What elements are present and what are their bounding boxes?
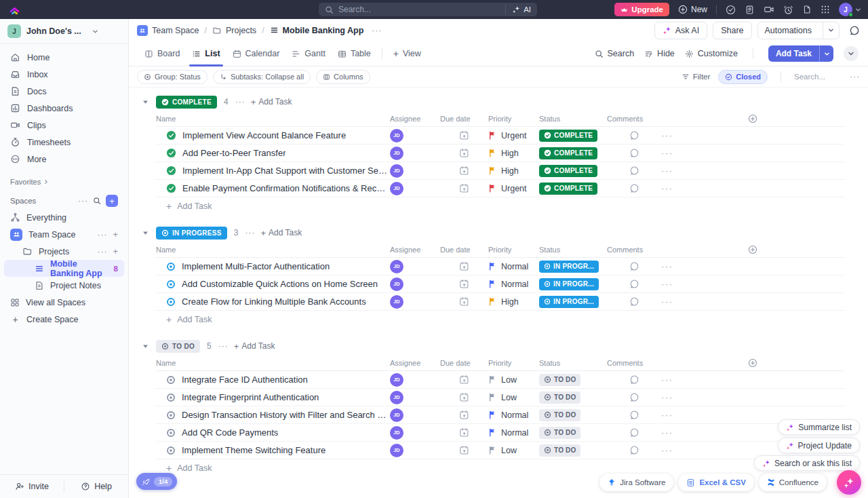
due-date-cell[interactable] xyxy=(440,279,488,289)
team-space-menu-icon[interactable]: ··· xyxy=(97,231,107,239)
group-menu-icon[interactable]: ··· xyxy=(245,229,255,237)
spaces-search-icon[interactable] xyxy=(93,197,101,205)
toolbar-menu-icon[interactable]: ··· xyxy=(850,73,860,81)
sidebar-item-more[interactable]: More xyxy=(4,151,124,168)
task-status-icon[interactable] xyxy=(166,130,176,140)
due-date-cell[interactable] xyxy=(440,130,488,140)
onboarding-widget[interactable]: 1/4 xyxy=(136,473,177,490)
clip-record-icon[interactable] xyxy=(764,4,774,15)
due-date-cell[interactable] xyxy=(440,392,488,402)
task-row[interactable]: Create Flow for Linking Multiple Bank Ac… xyxy=(156,293,844,311)
sidebar-item-team-space[interactable]: Team Space ···+ xyxy=(4,226,124,243)
breadcrumb-current-list[interactable]: Mobile Banking App xyxy=(270,26,364,35)
automations-chevron-icon[interactable] xyxy=(823,22,839,39)
due-date-cell[interactable] xyxy=(440,375,488,385)
task-row[interactable]: Integrate Fingerprint AuthenticationJDLo… xyxy=(156,389,844,406)
due-date-cell[interactable] xyxy=(440,166,488,176)
column-header-priority[interactable]: Priority xyxy=(488,115,539,123)
add-column-icon[interactable] xyxy=(661,245,844,254)
task-row[interactable]: Enable Payment Confirmation Notification… xyxy=(156,180,844,197)
tab-table[interactable]: Table xyxy=(332,41,377,66)
topbar-ai-button[interactable]: AI xyxy=(505,5,531,14)
add-view-button[interactable]: + View xyxy=(387,41,427,66)
priority-cell[interactable]: High xyxy=(488,297,539,307)
assignee-avatar[interactable]: JD xyxy=(390,129,403,142)
task-status-icon[interactable] xyxy=(166,148,176,158)
comments-cell[interactable] xyxy=(607,392,661,402)
task-menu-icon[interactable]: ··· xyxy=(661,279,844,289)
sidebar-item-inbox[interactable]: Inbox xyxy=(4,66,124,83)
reminder-clock-icon[interactable] xyxy=(783,5,793,15)
column-header-due-date[interactable]: Due date xyxy=(440,359,488,367)
task-row[interactable]: Add QR Code PaymentsJDNormalTO DO··· xyxy=(156,424,844,442)
subtasks-pill[interactable]: Subtasks: Collapse all xyxy=(213,70,311,84)
task-menu-icon[interactable]: ··· xyxy=(661,148,844,158)
task-status-badge[interactable]: COMPLETE xyxy=(539,130,597,142)
group-status-badge[interactable]: TO DO xyxy=(156,340,200,353)
group-add-task-button[interactable]: +Add Task xyxy=(260,228,302,238)
team-space-add-icon[interactable]: + xyxy=(113,229,118,240)
column-header-status[interactable]: Status xyxy=(539,115,607,123)
tab-list[interactable]: List xyxy=(186,41,226,66)
breadcrumb-menu-icon[interactable]: ··· xyxy=(372,26,382,35)
collapse-group-icon[interactable] xyxy=(140,230,151,236)
due-date-cell[interactable] xyxy=(440,445,488,455)
due-date-cell[interactable] xyxy=(440,261,488,271)
task-status-icon[interactable] xyxy=(166,183,176,193)
column-header-assignee[interactable]: Assignee xyxy=(390,246,440,254)
priority-cell[interactable]: Low xyxy=(488,375,539,385)
task-status-icon[interactable] xyxy=(166,393,176,402)
column-header-comments[interactable]: Comments xyxy=(607,359,661,367)
sidebar-item-timesheets[interactable]: Timesheets xyxy=(4,134,124,151)
comments-cell[interactable] xyxy=(607,261,661,271)
sidebar-item-create-space[interactable]: + Create Space xyxy=(4,311,124,328)
task-menu-icon[interactable]: ··· xyxy=(661,375,844,385)
sidebar-item-docs[interactable]: Docs xyxy=(4,83,124,100)
due-date-cell[interactable] xyxy=(440,148,488,158)
priority-cell[interactable]: Low xyxy=(488,393,539,402)
add-space-button[interactable]: + xyxy=(106,195,118,207)
column-header-name[interactable]: Name xyxy=(156,359,390,367)
task-row[interactable]: Implement View Account Balance FeatureJD… xyxy=(156,127,844,145)
due-date-cell[interactable] xyxy=(440,410,488,420)
assignee-avatar[interactable]: JD xyxy=(390,164,403,178)
summarize-list-button[interactable]: Summarize list xyxy=(778,419,860,435)
add-task-row[interactable]: +Add Task xyxy=(156,311,844,328)
hide-button[interactable]: Hide xyxy=(644,49,675,58)
tab-board[interactable]: Board xyxy=(138,41,186,66)
task-status-icon[interactable] xyxy=(166,428,176,438)
task-status-icon[interactable] xyxy=(166,166,176,176)
assignee-avatar[interactable]: JD xyxy=(390,426,403,440)
due-date-cell[interactable] xyxy=(440,427,488,438)
comments-cell[interactable] xyxy=(607,183,661,193)
task-menu-icon[interactable]: ··· xyxy=(661,410,844,420)
assignee-avatar[interactable]: JD xyxy=(390,444,403,457)
task-menu-icon[interactable]: ··· xyxy=(661,130,844,140)
closed-toggle[interactable]: Closed xyxy=(718,70,768,84)
task-menu-icon[interactable]: ··· xyxy=(661,166,844,176)
add-column-icon[interactable] xyxy=(661,114,844,123)
task-status-badge[interactable]: TO DO xyxy=(539,427,580,439)
add-task-chevron-icon[interactable] xyxy=(819,45,833,62)
help-button[interactable]: Help xyxy=(64,475,128,498)
assignee-avatar[interactable]: JD xyxy=(390,295,403,309)
task-status-icon[interactable] xyxy=(166,375,176,385)
search-or-ask-button[interactable]: Search or ask this list xyxy=(754,455,860,471)
task-status-badge[interactable]: TO DO xyxy=(539,409,580,421)
task-status-badge[interactable]: COMPLETE xyxy=(539,147,597,159)
assignee-avatar[interactable]: JD xyxy=(390,408,403,422)
assignee-avatar[interactable]: JD xyxy=(390,277,403,291)
comments-cell[interactable] xyxy=(607,148,661,158)
task-menu-icon[interactable]: ··· xyxy=(661,392,844,402)
comments-cell[interactable] xyxy=(607,166,661,176)
confluence-button[interactable]: Confluence xyxy=(759,474,827,491)
task-status-badge[interactable]: COMPLETE xyxy=(539,165,597,177)
assignee-avatar[interactable]: JD xyxy=(390,260,403,273)
user-avatar[interactable]: J xyxy=(839,3,852,16)
sidebar-item-home[interactable]: Home xyxy=(4,49,124,66)
excel-csv-button[interactable]: Excel & CSV xyxy=(678,474,753,491)
ai-assistant-button[interactable] xyxy=(837,470,861,495)
task-menu-icon[interactable]: ··· xyxy=(661,261,844,271)
task-row[interactable]: Design Transaction History with Filter a… xyxy=(156,406,844,424)
assignee-avatar[interactable]: JD xyxy=(390,373,403,387)
